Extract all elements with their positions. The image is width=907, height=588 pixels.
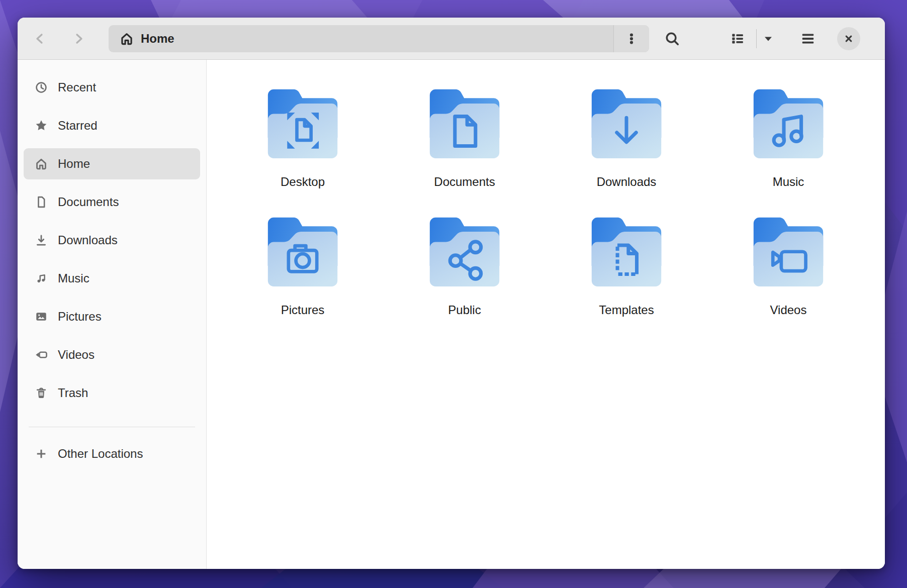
- folder-label: Downloads: [597, 174, 657, 189]
- close-window-button[interactable]: [837, 27, 860, 50]
- folder-pictures[interactable]: Pictures: [222, 211, 384, 318]
- sidebar-item-label: Videos: [58, 348, 95, 362]
- sidebar-item-label: Other Locations: [58, 447, 143, 461]
- folder-documents[interactable]: Documents: [384, 83, 546, 189]
- list-view-icon: [730, 31, 745, 46]
- folder-icon-videos: [747, 211, 830, 293]
- download-icon: [35, 234, 48, 247]
- view-options-dropdown-button[interactable]: [758, 27, 778, 51]
- sidebar-item-videos[interactable]: Videos: [24, 339, 200, 370]
- folder-icon-pictures: [261, 211, 344, 293]
- sidebar-item-music[interactable]: Music: [24, 263, 200, 294]
- folder-templates[interactable]: Templates: [546, 211, 707, 318]
- sidebar-item-recent[interactable]: Recent: [24, 72, 200, 103]
- search-button[interactable]: [660, 27, 684, 51]
- sidebar-separator: [29, 427, 195, 427]
- folder-desktop[interactable]: Desktop: [222, 83, 384, 189]
- document-icon: [35, 195, 48, 209]
- sidebar-item-label: Pictures: [58, 310, 102, 324]
- sidebar-item-pictures[interactable]: Pictures: [24, 301, 200, 332]
- headerbar: Home: [18, 18, 885, 60]
- sidebar-item-label: Trash: [58, 386, 88, 400]
- home-icon: [35, 157, 48, 170]
- folder-label: Music: [773, 174, 804, 189]
- sidebar-item-other-locations[interactable]: Other Locations: [24, 438, 200, 469]
- sidebar-item-label: Recent: [58, 80, 96, 94]
- sidebar-item-trash[interactable]: Trash: [24, 377, 200, 409]
- folder-icon-templates: [585, 211, 668, 293]
- image-icon: [35, 310, 48, 323]
- sidebar-item-starred[interactable]: Starred: [24, 110, 200, 141]
- folder-label: Documents: [434, 174, 495, 189]
- close-icon: [843, 33, 855, 45]
- sidebar-item-label: Starred: [58, 119, 98, 133]
- folder-label: Desktop: [281, 174, 325, 189]
- location-menu-button[interactable]: [614, 25, 649, 52]
- folder-videos[interactable]: Videos: [707, 211, 869, 318]
- sidebar-item-label: Documents: [58, 195, 119, 209]
- trash-icon: [35, 386, 48, 400]
- folder-label: Videos: [770, 303, 807, 318]
- home-icon: [120, 32, 134, 46]
- folder-music[interactable]: Music: [707, 83, 869, 189]
- main-menu-button[interactable]: [796, 27, 820, 51]
- video-camera-icon: [35, 348, 48, 361]
- sidebar-item-label: Downloads: [58, 233, 118, 247]
- file-view: Desktop Documents: [207, 60, 885, 569]
- path-label: Home: [141, 32, 174, 46]
- sidebar-item-label: Home: [58, 157, 90, 171]
- sidebar-item-home[interactable]: Home: [24, 148, 200, 179]
- sidebar: Recent Starred Home Documents: [18, 60, 207, 569]
- clock-icon: [35, 81, 48, 94]
- back-button[interactable]: [28, 27, 52, 51]
- music-note-icon: [35, 272, 48, 285]
- folder-icon-documents: [423, 83, 506, 165]
- files-window: Home: [18, 18, 885, 569]
- chevron-left-icon: [33, 32, 47, 46]
- sidebar-item-downloads[interactable]: Downloads: [24, 225, 200, 256]
- kebab-menu-icon: [625, 32, 638, 45]
- sidebar-item-label: Music: [58, 271, 89, 285]
- folder-icon-music: [747, 83, 830, 165]
- folder-downloads[interactable]: Downloads: [546, 83, 707, 189]
- sidebar-item-documents[interactable]: Documents: [24, 186, 200, 218]
- folder-icon-desktop: [261, 83, 344, 165]
- plus-icon: [35, 447, 48, 460]
- folder-icon-public: [423, 211, 506, 293]
- view-list-button[interactable]: [725, 27, 750, 51]
- window-body: Recent Starred Home Documents: [18, 60, 885, 569]
- folder-grid: Desktop Documents: [222, 83, 885, 318]
- folder-public[interactable]: Public: [384, 211, 546, 318]
- folder-icon-downloads: [585, 83, 668, 165]
- search-icon: [665, 31, 680, 46]
- hamburger-menu-icon: [800, 31, 816, 47]
- folder-label: Public: [448, 303, 481, 318]
- toolbar-divider: [756, 29, 757, 48]
- chevron-right-icon: [72, 32, 86, 46]
- forward-button[interactable]: [67, 27, 91, 51]
- triangle-down-icon: [762, 32, 775, 45]
- folder-label: Templates: [599, 303, 654, 318]
- path-bar[interactable]: Home: [109, 25, 649, 52]
- star-icon: [35, 119, 48, 132]
- folder-label: Pictures: [281, 303, 325, 318]
